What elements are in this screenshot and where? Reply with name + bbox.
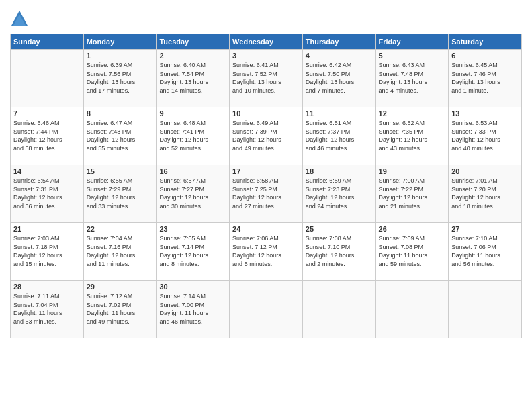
calendar-cell — [375, 281, 449, 338]
day-number: 23 — [159, 225, 226, 233]
calendar-cell: 19Sunrise: 7:00 AM Sunset: 7:22 PM Dayli… — [375, 165, 449, 223]
page-container: SundayMondayTuesdayWednesdayThursdayFrid… — [0, 0, 532, 411]
day-info: Sunrise: 6:53 AM Sunset: 7:33 PM Dayligh… — [451, 119, 519, 152]
day-info: Sunrise: 7:09 AM Sunset: 7:08 PM Dayligh… — [379, 234, 446, 268]
calendar-cell: 20Sunrise: 7:01 AM Sunset: 7:20 PM Dayli… — [449, 165, 522, 223]
header-day-tuesday: Tuesday — [157, 34, 230, 50]
day-info: Sunrise: 6:55 AM Sunset: 7:29 PM Dayligh… — [87, 177, 154, 210]
day-info: Sunrise: 7:14 AM Sunset: 7:00 PM Dayligh… — [159, 292, 226, 326]
calendar-body: 1Sunrise: 6:39 AM Sunset: 7:56 PM Daylig… — [11, 50, 522, 338]
calendar-cell: 23Sunrise: 7:05 AM Sunset: 7:14 PM Dayli… — [157, 223, 230, 281]
day-info: Sunrise: 6:52 AM Sunset: 7:35 PM Dayligh… — [379, 119, 446, 152]
calendar-cell: 9Sunrise: 6:48 AM Sunset: 7:41 PM Daylig… — [157, 107, 230, 165]
calendar-cell: 18Sunrise: 6:59 AM Sunset: 7:23 PM Dayli… — [302, 165, 375, 223]
day-info: Sunrise: 6:59 AM Sunset: 7:23 PM Dayligh… — [306, 177, 373, 210]
day-info: Sunrise: 6:54 AM Sunset: 7:31 PM Dayligh… — [13, 177, 81, 210]
calendar-cell: 24Sunrise: 7:06 AM Sunset: 7:12 PM Dayli… — [230, 223, 303, 281]
day-number: 17 — [232, 167, 300, 175]
day-number: 30 — [159, 283, 226, 291]
day-number: 3 — [232, 52, 300, 60]
day-number: 4 — [306, 52, 373, 60]
day-info: Sunrise: 7:03 AM Sunset: 7:18 PM Dayligh… — [13, 234, 81, 268]
day-number: 22 — [87, 225, 154, 233]
calendar-cell — [11, 50, 84, 107]
calendar-cell — [449, 281, 522, 338]
day-number: 27 — [451, 225, 519, 233]
calendar-cell: 22Sunrise: 7:04 AM Sunset: 7:16 PM Dayli… — [83, 223, 157, 281]
calendar-cell: 27Sunrise: 7:10 AM Sunset: 7:06 PM Dayli… — [449, 223, 522, 281]
day-info: Sunrise: 6:46 AM Sunset: 7:44 PM Dayligh… — [13, 119, 81, 152]
day-info: Sunrise: 6:41 AM Sunset: 7:52 PM Dayligh… — [232, 61, 300, 95]
calendar-cell: 13Sunrise: 6:53 AM Sunset: 7:33 PM Dayli… — [449, 107, 522, 165]
day-number: 26 — [379, 225, 446, 233]
day-info: Sunrise: 7:06 AM Sunset: 7:12 PM Dayligh… — [232, 234, 300, 268]
day-number: 2 — [159, 52, 226, 60]
calendar-cell: 25Sunrise: 7:08 AM Sunset: 7:10 PM Dayli… — [302, 223, 375, 281]
week-row-2: 7Sunrise: 6:46 AM Sunset: 7:44 PM Daylig… — [11, 107, 522, 165]
calendar-cell: 5Sunrise: 6:43 AM Sunset: 7:48 PM Daylig… — [375, 50, 449, 107]
day-number: 12 — [379, 109, 446, 118]
day-number: 6 — [451, 52, 519, 60]
day-info: Sunrise: 6:51 AM Sunset: 7:37 PM Dayligh… — [306, 119, 373, 152]
logo — [10, 9, 30, 28]
day-info: Sunrise: 6:47 AM Sunset: 7:43 PM Dayligh… — [87, 119, 154, 152]
calendar-cell: 10Sunrise: 6:49 AM Sunset: 7:39 PM Dayli… — [230, 107, 303, 165]
header-day-wednesday: Wednesday — [230, 34, 303, 50]
day-number: 7 — [13, 109, 81, 118]
day-number: 18 — [306, 167, 373, 175]
day-info: Sunrise: 7:05 AM Sunset: 7:14 PM Dayligh… — [159, 234, 226, 268]
day-info: Sunrise: 6:40 AM Sunset: 7:54 PM Dayligh… — [159, 61, 226, 95]
header-day-thursday: Thursday — [302, 34, 375, 50]
calendar-cell: 17Sunrise: 6:58 AM Sunset: 7:25 PM Dayli… — [230, 165, 303, 223]
day-number: 10 — [232, 109, 300, 118]
day-info: Sunrise: 6:49 AM Sunset: 7:39 PM Dayligh… — [232, 119, 300, 152]
day-number: 21 — [13, 225, 81, 233]
day-number: 8 — [87, 109, 154, 118]
day-info: Sunrise: 7:08 AM Sunset: 7:10 PM Dayligh… — [306, 234, 373, 268]
calendar-cell: 21Sunrise: 7:03 AM Sunset: 7:18 PM Dayli… — [11, 223, 84, 281]
calendar-cell: 12Sunrise: 6:52 AM Sunset: 7:35 PM Dayli… — [375, 107, 449, 165]
day-number: 13 — [451, 109, 519, 118]
day-number: 15 — [87, 167, 154, 175]
calendar-cell: 3Sunrise: 6:41 AM Sunset: 7:52 PM Daylig… — [230, 50, 303, 107]
header-day-saturday: Saturday — [449, 34, 522, 50]
day-number: 24 — [232, 225, 300, 233]
week-row-4: 21Sunrise: 7:03 AM Sunset: 7:18 PM Dayli… — [11, 223, 522, 281]
day-info: Sunrise: 7:10 AM Sunset: 7:06 PM Dayligh… — [451, 234, 519, 268]
calendar-cell: 4Sunrise: 6:42 AM Sunset: 7:50 PM Daylig… — [302, 50, 375, 107]
week-row-5: 28Sunrise: 7:11 AM Sunset: 7:04 PM Dayli… — [11, 281, 522, 338]
day-info: Sunrise: 7:00 AM Sunset: 7:22 PM Dayligh… — [379, 177, 446, 210]
day-number: 1 — [87, 52, 154, 60]
day-info: Sunrise: 6:45 AM Sunset: 7:46 PM Dayligh… — [451, 61, 519, 95]
calendar-cell — [302, 281, 375, 338]
day-info: Sunrise: 6:48 AM Sunset: 7:41 PM Dayligh… — [159, 119, 226, 152]
day-number: 29 — [87, 283, 154, 291]
logo-icon — [10, 9, 29, 28]
day-info: Sunrise: 7:11 AM Sunset: 7:04 PM Dayligh… — [13, 292, 81, 326]
calendar-cell: 7Sunrise: 6:46 AM Sunset: 7:44 PM Daylig… — [11, 107, 84, 165]
week-row-1: 1Sunrise: 6:39 AM Sunset: 7:56 PM Daylig… — [11, 50, 522, 107]
day-info: Sunrise: 6:42 AM Sunset: 7:50 PM Dayligh… — [306, 61, 373, 95]
calendar-table: SundayMondayTuesdayWednesdayThursdayFrid… — [10, 34, 522, 338]
calendar-cell: 8Sunrise: 6:47 AM Sunset: 7:43 PM Daylig… — [83, 107, 157, 165]
header-row: SundayMondayTuesdayWednesdayThursdayFrid… — [11, 34, 522, 50]
calendar-cell: 11Sunrise: 6:51 AM Sunset: 7:37 PM Dayli… — [302, 107, 375, 165]
calendar-cell: 26Sunrise: 7:09 AM Sunset: 7:08 PM Dayli… — [375, 223, 449, 281]
day-info: Sunrise: 7:01 AM Sunset: 7:20 PM Dayligh… — [451, 177, 519, 210]
calendar-cell: 28Sunrise: 7:11 AM Sunset: 7:04 PM Dayli… — [11, 281, 84, 338]
day-number: 14 — [13, 167, 81, 175]
week-row-3: 14Sunrise: 6:54 AM Sunset: 7:31 PM Dayli… — [11, 165, 522, 223]
calendar-cell: 14Sunrise: 6:54 AM Sunset: 7:31 PM Dayli… — [11, 165, 84, 223]
header-day-sunday: Sunday — [11, 34, 84, 50]
header-day-monday: Monday — [83, 34, 157, 50]
calendar-cell: 30Sunrise: 7:14 AM Sunset: 7:00 PM Dayli… — [157, 281, 230, 338]
day-info: Sunrise: 6:58 AM Sunset: 7:25 PM Dayligh… — [232, 177, 300, 210]
day-number: 11 — [306, 109, 373, 118]
header-day-friday: Friday — [375, 34, 449, 50]
day-info: Sunrise: 7:04 AM Sunset: 7:16 PM Dayligh… — [87, 234, 154, 268]
day-info: Sunrise: 6:39 AM Sunset: 7:56 PM Dayligh… — [87, 61, 154, 95]
calendar-header: SundayMondayTuesdayWednesdayThursdayFrid… — [11, 34, 522, 50]
day-number: 9 — [159, 109, 226, 118]
calendar-cell: 6Sunrise: 6:45 AM Sunset: 7:46 PM Daylig… — [449, 50, 522, 107]
day-number: 19 — [379, 167, 446, 175]
